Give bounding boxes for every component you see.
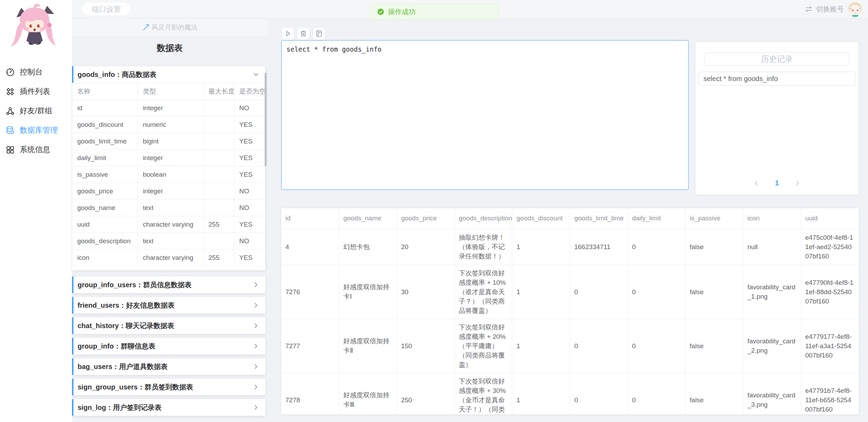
sql-toolbar [281,27,326,40]
history-title-button[interactable]: 历史记录 [705,52,849,65]
avatar-illustration [847,1,863,17]
schema-table: 名称 类型 最大长度 是否为空 idintegerNOgoods_discoun… [72,83,265,266]
results-cell: 1 [512,373,570,414]
schema-cell: bigint [138,133,203,150]
sidebar-item-friends-groups[interactable]: 好友/群组 [0,101,72,121]
results-col-header: goods_name [339,208,397,229]
schema-table-body: idintegerNOgoods_discountnumericYESgoods… [72,100,265,266]
table-panel-title: chat_history：聊天记录数据表 [78,321,174,331]
user-avatar[interactable] [847,1,863,17]
table-panel-title: sign_group_users：群员签到数据表 [78,383,193,392]
sidebar-item-label: 数据库管理 [20,125,58,135]
sidebar-item-label: 插件列表 [20,86,50,97]
results-cell: 0 [628,265,685,319]
schema-cell: boolean [138,166,203,183]
schema-cell: text [138,233,203,249]
mascot-illustration [5,2,67,51]
prev-page-icon[interactable] [753,180,760,187]
results-cell: 好感度双倍加持卡Ⅱ [339,319,397,373]
schema-cell: goods_discount [72,116,138,133]
results-cell: 1 [512,229,570,265]
trash-icon [299,29,308,38]
results-cell: 0 [570,373,628,414]
sql-editor[interactable]: select * from goods_info [281,40,689,190]
schema-cell: goods_description [72,233,138,249]
next-page-icon[interactable] [794,180,801,187]
port-settings-button[interactable]: 端口设置 [82,3,131,16]
results-cell: 0 [628,319,685,373]
sidebar-item-label: 系统信息 [20,144,50,155]
table-panel-collapsed[interactable]: chat_history：聊天记录数据表 [72,317,265,334]
table-panel-title: group_info：群聊信息表 [78,342,155,351]
results-col-header: icon [743,208,801,229]
results-col-header: goods_discount [512,208,570,229]
sidebar-item-plugins[interactable]: 插件列表 [0,82,72,101]
table-panel-header[interactable]: goods_info：商品数据表 [72,66,265,83]
results-cell: e47790fd-4ef8-11ef-88dd-5254007bf160 [801,265,859,319]
history-log-button[interactable] [312,27,326,40]
results-row: 7276好感度双倍加持卡Ⅰ30下次签到双倍好感度概率 + 10%（谁才是真命天子… [281,265,859,319]
history-pagination: 1 [696,179,858,187]
clear-editor-button[interactable] [297,27,310,40]
results-col-header: goods_description [454,208,512,229]
results-cell: 30 [397,265,454,319]
schema-cell: integer [138,183,203,200]
table-panel-collapsed[interactable]: bag_users：用户道具数据表 [72,358,265,375]
results-cell: 250 [397,373,454,414]
results-cell: false [685,373,743,414]
schema-cell: text [138,200,203,216]
table-panel-title: friend_users：好友信息数据表 [78,301,175,310]
schema-cell: integer [138,100,203,116]
schema-cell: NO [234,183,265,200]
sidebar-item-system-info[interactable]: 系统信息 [0,140,72,159]
friends-icon [6,106,15,116]
chevron-right-icon [252,301,260,309]
page-number[interactable]: 1 [775,179,779,187]
schema-cell: NO [234,233,265,249]
table-panel-collapsed[interactable]: group_info：群聊信息表 [72,338,265,354]
results-cell: 1 [512,265,570,319]
magic-wand-icon [142,23,150,32]
schema-cell [203,150,234,166]
schema-cell: is_passive [72,166,138,183]
mascot-chibi-icon [5,2,67,50]
schema-col-header: 类型 [138,83,203,100]
table-panel-title: group_info_users：群员信息数据表 [78,280,192,290]
schema-cell [203,100,234,116]
results-cell: 0 [570,319,628,373]
tables-panel: 端口设置 风灵月影的魔法 数据表 goods_info：商品数据表 [72,0,267,422]
table-panel-collapsed[interactable]: sign_group_users：群员签到数据表 [72,379,265,395]
sidebar-item-database[interactable]: 数据库管理 [0,121,72,140]
schema-cell: 255 [203,216,234,233]
schema-cell [203,166,234,183]
results-cell: 下次签到双倍好感度概率 + 20%（平平庸庸）（同类商品将覆盖） [454,319,512,373]
notebook-icon [315,29,323,38]
toast-message: 操作成功 [388,7,416,17]
table-panel-collapsed[interactable]: group_info_users：群员信息数据表 [72,276,265,293]
sidebar-menu: 控制台 插件列表 好友/群组 [0,62,72,159]
chevron-right-icon [252,281,260,289]
results-cell: false [685,229,743,265]
table-panel-collapsed[interactable]: sign_log：用户签到记录表 [72,399,265,416]
results-row: 7277好感度双倍加持卡Ⅱ150下次签到双倍好感度概率 + 20%（平平庸庸）（… [281,319,859,373]
schema-row: is_passivebooleanYES [72,166,265,183]
schema-row: goods_priceintegerNO [72,183,265,200]
results-cell: 好感度双倍加持卡Ⅰ [339,265,397,319]
history-item[interactable]: select * from goods_info [698,72,856,86]
results-cell: false [685,319,743,373]
results-cell: e47791b7-4ef8-11ef-b658-5254007bf160 [801,373,859,414]
schema-col-header: 名称 [72,83,138,100]
success-toast: 操作成功 [370,3,498,20]
switch-account-button[interactable]: 切换账号 [804,5,844,14]
schema-col-header: 是否为空 [234,83,265,100]
sidebar-item-console[interactable]: 控制台 [0,62,72,82]
magic-label: 风灵月影的魔法 [152,23,198,32]
swap-icon [804,5,813,14]
scrollbar-thumb[interactable] [265,73,267,166]
schema-row: goods_discountnumericYES [72,116,265,133]
table-panel-collapsed[interactable]: friend_users：好友信息数据表 [72,297,265,314]
results-cell: 好感度双倍加持卡Ⅲ [339,373,397,414]
run-query-button[interactable] [281,27,294,40]
chevron-right-icon [252,342,260,350]
sidebar-item-label: 好友/群组 [20,106,52,116]
